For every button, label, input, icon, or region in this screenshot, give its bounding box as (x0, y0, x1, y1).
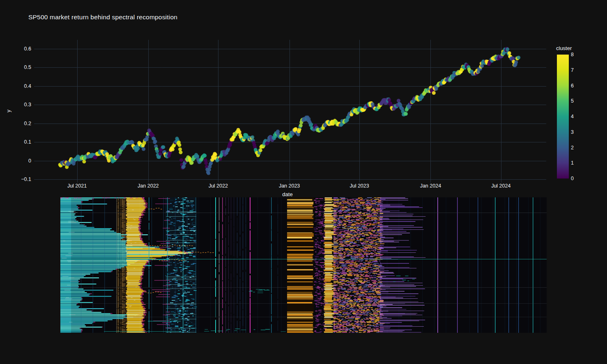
colorbar-tick-label: 3 (571, 128, 583, 136)
colorbar-tick-label: 2 (571, 144, 583, 151)
chart-title: SP500 market return behind spectral reco… (28, 14, 177, 21)
x-tick-label: Jan 2022 (130, 183, 167, 189)
x-tick-label: Jul 2022 (200, 183, 237, 189)
colorbar-tick-label: 0 (571, 175, 583, 182)
colorbar-gradient (557, 55, 569, 179)
x-tick-label: Jan 2024 (412, 183, 449, 189)
y-tick-label: 0.3 (0, 101, 31, 108)
x-tick-label: Jul 2024 (483, 183, 520, 189)
figure-root: SP500 market return behind spectral reco… (0, 0, 607, 364)
y-tick-label: 0.6 (0, 45, 31, 53)
colorbar-tick-label: 4 (571, 113, 583, 120)
colorbar-tick-label: 5 (571, 97, 583, 105)
colorbar-tick-label: 7 (571, 66, 583, 74)
y-tick-label: −0.1 (0, 176, 31, 183)
colorbar-title: cluster (556, 45, 581, 51)
scatter-plot-canvas[interactable] (34, 40, 546, 183)
y-tick-label: 0.1 (0, 138, 31, 146)
x-tick-label: Jul 2023 (341, 183, 378, 189)
y-tick-label: 0.2 (0, 120, 31, 127)
x-tick-label: Jul 2021 (59, 183, 96, 189)
x-tick-label: Jan 2023 (271, 183, 308, 189)
colorbar-tick-label: 1 (571, 159, 583, 167)
x-axis-title: date (267, 191, 308, 197)
y-tick-label: 0 (0, 157, 31, 165)
spectral-raster-canvas[interactable] (60, 197, 547, 333)
colorbar-tick-label: 6 (571, 82, 583, 89)
colorbar-tick-label: 8 (571, 51, 583, 58)
y-tick-label: 0.4 (0, 82, 31, 90)
y-tick-label: 0.5 (0, 64, 31, 71)
